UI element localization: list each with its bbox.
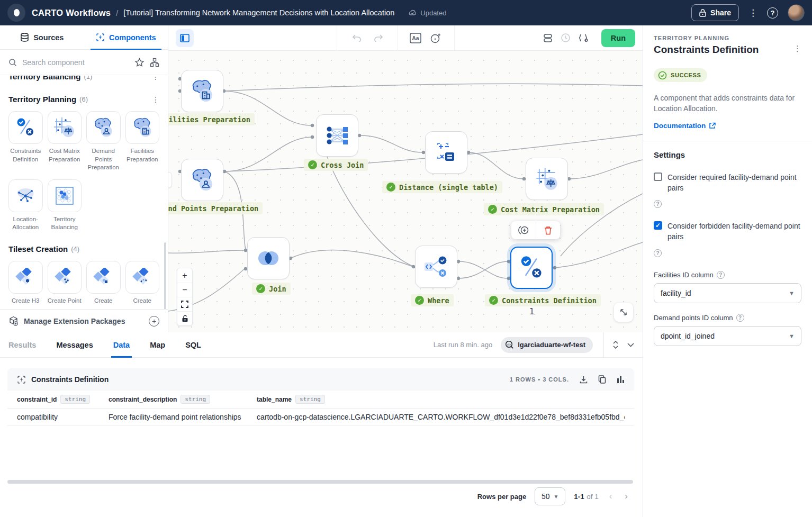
help-icon[interactable]: ? [654, 249, 662, 257]
add-extension-icon[interactable]: + [149, 316, 159, 326]
text-note-icon: Aa [410, 33, 421, 43]
bigquery-icon [505, 340, 514, 349]
cache-settings-button[interactable] [539, 29, 557, 47]
node-cross-join[interactable] [316, 114, 358, 157]
checkbox-required-pairs[interactable]: Consider required facility-demand point … [654, 172, 801, 194]
component-location-allocation[interactable]: Location-Allocation [8, 179, 43, 232]
node-join[interactable] [247, 237, 290, 279]
tab-components[interactable]: Components [84, 25, 168, 49]
carto-logo[interactable] [7, 4, 25, 22]
tab-messages[interactable]: Messages [56, 332, 93, 358]
label-cost-matrix: ✓Cost Matrix Preparation [484, 203, 604, 215]
tab-sql[interactable]: SQL [185, 332, 201, 358]
manage-extensions-row[interactable]: Manage Extension Packages + [0, 309, 168, 332]
demand-id-select[interactable]: dpoint_id_joined ▼ [654, 326, 801, 346]
component-create-h3-tileset[interactable]: Create H3 [8, 261, 43, 305]
download-button[interactable] [580, 376, 588, 384]
section-menu-icon[interactable]: ⋮ [152, 95, 159, 104]
node-constraints-definition[interactable] [510, 247, 553, 289]
collapse-panel-button[interactable] [627, 343, 634, 347]
panel-resize-handle[interactable] [168, 172, 172, 188]
label-demand-points: ✓Demand Points Preparation [168, 202, 263, 214]
add-annotation-button[interactable] [427, 29, 445, 47]
chart-view-button[interactable] [617, 376, 625, 383]
undo-button[interactable] [348, 29, 366, 47]
resize-panel-button[interactable] [612, 341, 619, 349]
header-more-menu[interactable]: ⋮ [748, 8, 757, 17]
label-join: ✓Join [252, 283, 291, 295]
table-row[interactable]: compatibility Force facility-demand poin… [7, 409, 634, 426]
help-icon[interactable]: ? [767, 7, 778, 19]
node-facilities-preparation[interactable] [181, 70, 223, 112]
search-input[interactable] [22, 58, 129, 67]
redo-button[interactable] [369, 29, 387, 47]
copy-button[interactable] [598, 375, 606, 384]
component-description: A component that adds constraints data f… [654, 93, 800, 114]
help-icon[interactable]: ? [717, 271, 725, 279]
cloud-check-icon [408, 10, 417, 16]
favorites-star-icon[interactable] [134, 58, 145, 67]
component-cost-matrix-preparation[interactable]: Cost Matrix Preparation [48, 111, 82, 172]
workflow-parameters-button[interactable] [575, 29, 593, 47]
component-create-tileset-3[interactable]: Create [86, 261, 121, 305]
workflow-canvas[interactable]: ✓Facilities Preparation ✓Cross Join ✓Dis… [168, 25, 643, 332]
prev-page-button[interactable]: ‹ [607, 491, 615, 502]
toggle-sidebar-button[interactable] [176, 29, 194, 47]
lock-canvas-button[interactable] [177, 311, 192, 325]
breadcrumb-separator: / [116, 8, 118, 17]
history-button[interactable] [557, 29, 575, 47]
share-button[interactable]: Share [691, 4, 739, 21]
settings-heading: Settings [654, 150, 801, 159]
delete-node-button[interactable] [536, 221, 560, 239]
chevron-down-icon [627, 343, 634, 347]
panel-left-icon [180, 34, 190, 42]
component-facilities-preparation[interactable]: Facilities Preparation [125, 111, 160, 172]
tab-sources[interactable]: Sources [0, 25, 84, 49]
duplicate-node-button[interactable] [511, 221, 536, 239]
panel-more-menu[interactable]: ⋮ [793, 44, 801, 53]
page-size-select[interactable]: 50 ▼ [535, 487, 565, 505]
component-create-point-tileset[interactable]: Create Point [48, 261, 82, 305]
checkbox-checked[interactable]: ✓ [654, 221, 662, 230]
documentation-link[interactable]: Documentation [654, 122, 716, 130]
section-menu-icon[interactable]: ⋮ [152, 76, 159, 81]
facilities-id-select[interactable]: facility_id ▼ [654, 283, 801, 303]
tab-data[interactable]: Data [113, 332, 130, 358]
component-demand-points-preparation[interactable]: Demand Points Preparation [86, 111, 121, 172]
next-page-button[interactable]: › [622, 491, 630, 502]
add-note-button[interactable]: Aa [407, 29, 425, 47]
zoom-out-button[interactable]: − [177, 283, 192, 297]
code-gear-icon [578, 33, 589, 43]
checkbox-unchecked[interactable] [654, 173, 662, 181]
layers-icon [543, 34, 553, 42]
checkbox-forbidden-pairs[interactable]: ✓ Consider forbidden facility-demand poi… [654, 221, 801, 242]
node-where[interactable] [415, 246, 457, 288]
user-avatar[interactable] [788, 4, 805, 21]
redo-icon [373, 34, 383, 42]
node-cost-matrix-preparation[interactable] [526, 158, 568, 200]
help-icon[interactable]: ? [736, 314, 744, 322]
app-header: CARTO Workflows / [Tutorial] Transformin… [0, 0, 812, 25]
zoom-in-button[interactable]: + [177, 268, 192, 283]
component-tree-icon[interactable] [150, 58, 159, 67]
component-create-tileset-4[interactable]: Create [125, 261, 160, 305]
package-icon [8, 316, 19, 326]
success-check-icon: ✓ [489, 296, 498, 305]
tab-results[interactable]: Results [8, 332, 36, 358]
workflow-title[interactable]: [Tutorial] Transforming Network Manageme… [123, 8, 394, 17]
component-constraints-definition[interactable]: Constraints Definition [8, 111, 43, 172]
node-demand-points-preparation[interactable] [181, 159, 223, 201]
fit-to-screen-button[interactable] [177, 297, 192, 311]
fit-screen-icon [181, 301, 188, 308]
search-icon [8, 58, 17, 67]
horizontal-scrollbar[interactable] [7, 480, 633, 484]
help-icon[interactable]: ? [654, 200, 662, 208]
run-button[interactable]: Run [601, 29, 635, 47]
node-distance-single-table[interactable] [425, 131, 467, 174]
component-territory-balancing[interactable]: Territory Balancing [48, 179, 82, 232]
tab-map[interactable]: Map [150, 332, 165, 358]
zoom-controls: + − [177, 268, 193, 326]
results-panel: Results Messages Data Map SQL Last run 8… [0, 332, 643, 517]
connection-chip[interactable]: lgarciaduarte-wf-test [501, 337, 593, 353]
expand-panel-button[interactable] [614, 303, 633, 322]
